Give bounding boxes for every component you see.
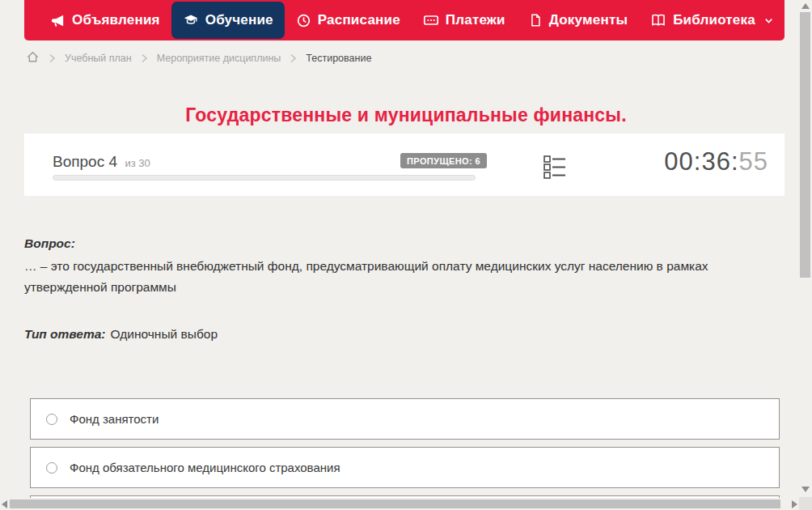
vertical-scrollbar[interactable] xyxy=(797,0,812,497)
answer-type-value: Одиночный выбор xyxy=(111,327,218,341)
horizontal-scrollbar[interactable] xyxy=(0,498,799,510)
nav-item-education[interactable]: Обучение xyxy=(171,2,285,39)
radio-button-icon[interactable] xyxy=(46,414,57,425)
answer-option[interactable]: Фонд обязательного медицинского страхова… xyxy=(30,447,780,488)
scroll-left-arrow-icon[interactable] xyxy=(2,500,7,508)
nav-item-label: Объявления xyxy=(72,12,160,28)
test-page: Объявления Обучение Расписание Платежи Д xyxy=(0,0,812,510)
timer-hours-minutes: 00:36: xyxy=(664,147,738,176)
banknote-icon xyxy=(423,12,439,28)
megaphone-icon xyxy=(50,13,66,28)
answer-option-label: Фонд обязательного медицинского страхова… xyxy=(70,461,340,474)
skipped-badge: ПРОПУЩЕНО: 6 xyxy=(400,153,487,168)
nav-item-label: Платежи xyxy=(446,12,505,28)
question-list-icon[interactable] xyxy=(543,155,566,179)
answer-option-label: Фонд занятости xyxy=(70,412,159,426)
horizontal-scrollbar-thumb[interactable] xyxy=(10,499,780,508)
scroll-down-arrow-icon[interactable] xyxy=(801,487,810,492)
home-icon[interactable] xyxy=(26,50,40,66)
vertical-scrollbar-thumb[interactable] xyxy=(800,12,810,278)
breadcrumb-item-study-plan[interactable]: Учебный план xyxy=(65,53,132,64)
nav-item-label: Расписание xyxy=(318,12,400,28)
radio-button-icon[interactable] xyxy=(46,462,57,474)
nav-item-label: Обучение xyxy=(205,12,273,28)
question-text: … – это государственный внебюджетный фон… xyxy=(24,256,744,298)
question-number: Вопрос 4 xyxy=(53,153,117,170)
answer-option[interactable]: Фонд занятости xyxy=(30,398,780,440)
question-counter: Вопрос 4 из 30 xyxy=(53,153,150,171)
test-progress-bar xyxy=(53,175,476,181)
timer: 00:36:55 xyxy=(664,147,768,176)
answer-type-label: Тип ответа: xyxy=(24,327,106,341)
question-total: из 30 xyxy=(125,157,150,169)
scroll-right-arrow-icon[interactable] xyxy=(792,500,797,508)
nav-item-payments[interactable]: Платежи xyxy=(412,2,517,39)
nav-item-schedule[interactable]: Расписание xyxy=(285,2,412,39)
question-label: Вопрос: xyxy=(24,236,75,251)
graduation-cap-icon xyxy=(183,12,199,28)
timer-seconds: 55 xyxy=(739,147,768,176)
nav-item-label: Библиотека xyxy=(673,12,755,28)
breadcrumb-item-testing: Тестирование xyxy=(306,53,371,64)
answer-type: Тип ответа:Одиночный выбор xyxy=(24,327,218,342)
nav-item-documents[interactable]: Документы xyxy=(517,2,639,39)
scrollbar-corner xyxy=(799,497,812,510)
breadcrumb-item-discipline-event[interactable]: Мероприятие дисциплины xyxy=(157,53,281,64)
clock-icon xyxy=(296,13,311,28)
chevron-right-icon xyxy=(141,53,148,63)
question-header-card: Вопрос 4 из 30 ПРОПУЩЕНО: 6 00:36:55 xyxy=(24,134,785,196)
scroll-up-arrow-icon[interactable] xyxy=(801,3,810,9)
breadcrumb: Учебный план Мероприятие дисциплины Тест… xyxy=(26,50,371,66)
nav-item-label: Документы xyxy=(549,12,628,28)
page-title: Государственные и муниципальные финансы. xyxy=(0,104,812,126)
top-navigation: Объявления Обучение Расписание Платежи Д xyxy=(24,0,785,40)
nav-item-library[interactable]: Библиотека xyxy=(639,2,785,39)
chevron-right-icon xyxy=(290,53,297,63)
open-book-icon xyxy=(650,12,666,28)
document-icon xyxy=(528,13,543,28)
chevron-right-icon xyxy=(49,53,56,63)
chevron-down-icon xyxy=(763,15,774,26)
nav-item-announcements[interactable]: Объявления xyxy=(39,2,171,39)
